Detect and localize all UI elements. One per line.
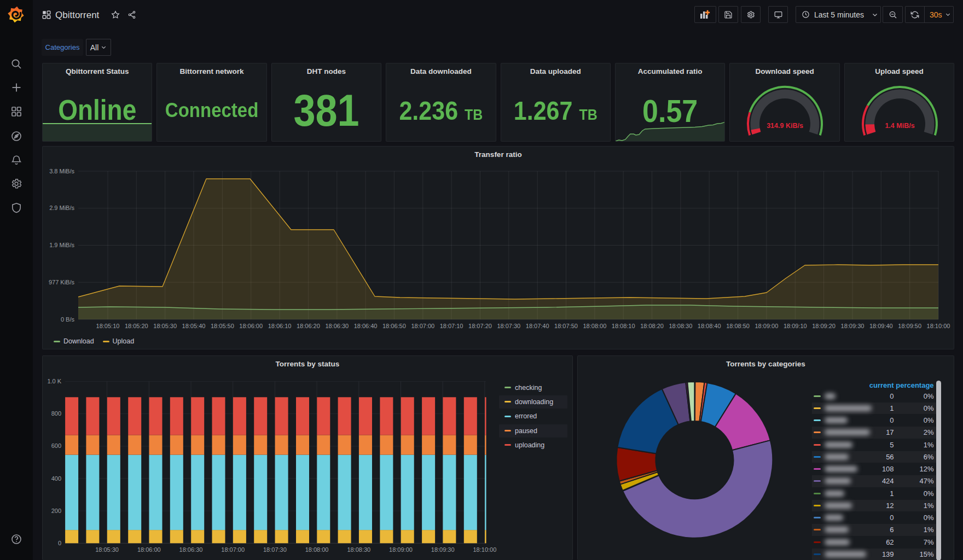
svg-text:18:09:10: 18:09:10 [784,323,807,329]
svg-text:0: 0 [58,540,61,546]
svg-text:18:07:30: 18:07:30 [263,546,287,553]
svg-text:3.8 MiB/s: 3.8 MiB/s [49,168,74,174]
svg-text:18:06:50: 18:06:50 [382,323,406,329]
svg-text:18:09:00: 18:09:00 [755,323,778,329]
svg-text:18:05:20: 18:05:20 [125,323,148,329]
svg-text:600: 600 [51,442,61,449]
svg-text:18:05:30: 18:05:30 [153,323,177,329]
svg-text:0 B/s: 0 B/s [61,316,75,323]
svg-text:18:06:30: 18:06:30 [179,546,203,553]
svg-text:18:05:10: 18:05:10 [96,323,120,329]
svg-text:18:08:50: 18:08:50 [726,323,750,329]
svg-text:18:09:30: 18:09:30 [431,546,455,553]
svg-text:18:08:30: 18:08:30 [347,546,370,553]
svg-text:18:07:00: 18:07:00 [411,323,434,329]
svg-text:18:08:40: 18:08:40 [698,323,721,329]
svg-text:1.9 MiB/s: 1.9 MiB/s [49,242,74,248]
svg-text:18:06:40: 18:06:40 [354,323,378,329]
svg-text:18:09:40: 18:09:40 [869,323,893,329]
svg-text:18:06:20: 18:06:20 [297,323,320,329]
svg-text:18:08:30: 18:08:30 [669,323,692,329]
svg-text:18:07:40: 18:07:40 [526,323,549,329]
svg-text:800: 800 [51,410,61,417]
svg-text:18:07:00: 18:07:00 [221,546,245,553]
svg-text:18:07:50: 18:07:50 [554,323,578,329]
svg-text:977 KiB/s: 977 KiB/s [49,279,75,285]
svg-text:18:10:00: 18:10:00 [927,323,950,329]
svg-text:314.9 KiB/s: 314.9 KiB/s [767,122,804,130]
svg-text:18:08:00: 18:08:00 [305,546,329,553]
svg-text:200: 200 [51,508,61,514]
svg-text:18:05:50: 18:05:50 [211,323,234,329]
svg-text:18:07:20: 18:07:20 [468,323,492,329]
svg-text:18:08:00: 18:08:00 [583,323,606,329]
svg-text:18:08:20: 18:08:20 [640,323,664,329]
svg-text:18:07:30: 18:07:30 [497,323,520,329]
svg-text:1.0 K: 1.0 K [47,378,61,384]
svg-text:18:10:00: 18:10:00 [473,546,496,553]
svg-text:18:06:00: 18:06:00 [239,323,263,329]
svg-text:400: 400 [51,475,61,482]
svg-text:18:06:10: 18:06:10 [268,323,292,329]
svg-text:18:06:30: 18:06:30 [325,323,349,329]
svg-text:18:05:30: 18:05:30 [95,546,119,553]
svg-text:18:06:00: 18:06:00 [137,546,161,553]
svg-text:1.4 MiB/s: 1.4 MiB/s [885,122,914,130]
svg-text:18:09:00: 18:09:00 [389,546,413,553]
svg-text:18:05:40: 18:05:40 [182,323,206,329]
svg-text:18:09:30: 18:09:30 [841,323,865,329]
svg-text:18:08:10: 18:08:10 [612,323,635,329]
svg-text:2.9 MiB/s: 2.9 MiB/s [49,205,74,211]
svg-text:18:09:20: 18:09:20 [812,323,836,329]
svg-text:18:09:50: 18:09:50 [898,323,921,329]
svg-text:18:07:10: 18:07:10 [440,323,463,329]
